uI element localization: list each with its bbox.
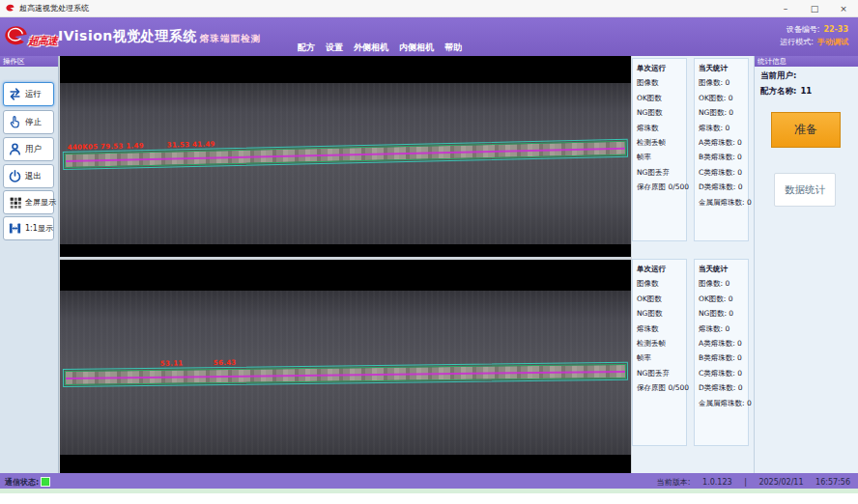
power-icon bbox=[7, 168, 23, 184]
run-button[interactable]: 运行 bbox=[3, 82, 54, 106]
stop-button[interactable]: 停止 bbox=[3, 110, 54, 134]
one-to-one-button-label: 1:1显示 bbox=[25, 223, 53, 234]
stat-row: NG图数: 0 bbox=[699, 306, 748, 321]
stat-row: OK图数: 0 bbox=[699, 292, 748, 306]
fullscreen-button-label: 全屏显示 bbox=[25, 197, 56, 208]
stat-row: 帧率 bbox=[637, 150, 686, 164]
recipe-name-label: 配方名称: bbox=[760, 86, 796, 96]
version-info: 当前版本: 1.0.123 | 2025/02/11 16:57:56 bbox=[647, 477, 850, 488]
fullscreen-button[interactable]: 全屏显示 bbox=[3, 190, 54, 214]
app-icon bbox=[5, 3, 15, 14]
info-panel: 统计信息 当前用户: 配方名称:11 准备 数据统计 bbox=[754, 56, 858, 473]
measurement-annotation: 56.43 bbox=[214, 359, 237, 367]
separator: | bbox=[744, 478, 747, 487]
info-panel-title: 统计信息 bbox=[755, 56, 858, 67]
stat-row: 熔珠数 bbox=[637, 322, 686, 336]
comm-status-indicator bbox=[41, 477, 50, 487]
stat-row: 熔珠数: 0 bbox=[699, 121, 748, 135]
data-statistics-button[interactable]: 数据统计 bbox=[774, 173, 836, 207]
device-id-label: 设备编号: bbox=[786, 25, 820, 34]
close-button[interactable]: × bbox=[829, 0, 858, 16]
daily-stats-header: 当天统计 bbox=[699, 61, 748, 75]
stat-row: B类熔珠数: 0 bbox=[699, 350, 748, 365]
daily-stats-header: 当天统计 bbox=[699, 262, 748, 276]
status-bar: 通信状态: 当前版本: 1.0.123 | 2025/02/11 16:57:5… bbox=[0, 473, 858, 489]
stat-row: NG图丢弃 bbox=[637, 366, 686, 380]
stat-row: D类熔珠数: 0 bbox=[699, 380, 748, 395]
stat-row: NG图数: 0 bbox=[699, 105, 748, 120]
menu-bar: 配方 设置 外侧相机 内侧相机 帮助 bbox=[298, 42, 462, 54]
menu-item-help[interactable]: 帮助 bbox=[444, 42, 462, 54]
stop-button-label: 停止 bbox=[25, 117, 42, 128]
single-run-stats-bottom: 单次运行 图像数 OK图数 NG图数 熔珠数 检测丢帧 帧率 NG图丢弃 保存原… bbox=[632, 259, 687, 446]
stat-row: OK图数: 0 bbox=[699, 91, 748, 105]
page-title: IVision视觉处理系统 bbox=[58, 28, 197, 45]
fullscreen-grid-icon bbox=[7, 194, 23, 210]
stat-row: 帧率 bbox=[637, 350, 686, 365]
device-id-value: 22-33 bbox=[823, 25, 848, 34]
page-subtitle: 熔珠端面检测 bbox=[200, 33, 261, 45]
user-icon bbox=[7, 141, 23, 157]
single-run-header: 单次运行 bbox=[637, 61, 686, 75]
brand-logo-text: 超高速 bbox=[28, 34, 57, 48]
camera-views-area: 440K05 79.53 1.49 31.53 41.49 53.11 56.4… bbox=[59, 56, 632, 473]
scan-line bbox=[66, 371, 625, 379]
stat-row: C类熔珠数: 0 bbox=[699, 165, 748, 180]
stat-row: A类熔珠数: 0 bbox=[699, 336, 748, 350]
footer-accent-strip bbox=[0, 489, 858, 493]
version-value: 1.0.123 bbox=[702, 478, 732, 487]
measurement-annotation: 31.53 41.49 bbox=[167, 140, 215, 149]
daily-stats-bottom: 当天统计 图像数: 0 OK图数: 0 NG图数: 0 熔珠数: 0 A类熔珠数… bbox=[694, 259, 749, 446]
stat-row: D类熔珠数: 0 bbox=[699, 180, 748, 194]
stat-row: NG图丢弃 bbox=[637, 165, 686, 180]
maximize-button[interactable]: □ bbox=[800, 0, 829, 16]
one-to-one-icon bbox=[7, 220, 23, 237]
app-header: 超高速 IVision视觉处理系统 熔珠端面检测 配方 设置 外侧相机 内侧相机… bbox=[0, 17, 858, 56]
single-run-header: 单次运行 bbox=[637, 262, 686, 276]
statistics-area: 单次运行 图像数 OK图数 NG图数 熔珠数 检测丢帧 帧率 NG图丢弃 保存原… bbox=[632, 56, 754, 473]
menu-item-settings[interactable]: 设置 bbox=[326, 42, 343, 54]
stat-row: 金属屑熔珠数: 0 bbox=[699, 195, 748, 210]
stat-row: C类熔珠数: 0 bbox=[699, 366, 748, 380]
stat-row: 图像数 bbox=[637, 75, 686, 90]
run-mode-value: 手动调试 bbox=[817, 38, 848, 46]
menu-item-recipe[interactable]: 配方 bbox=[298, 42, 315, 54]
stat-row: OK图数 bbox=[637, 292, 686, 306]
stat-row: A类熔珠数: 0 bbox=[699, 135, 748, 150]
brand-logo-icon bbox=[3, 23, 29, 49]
status-date: 2025/02/11 bbox=[758, 478, 803, 487]
exit-button-label: 退出 bbox=[25, 171, 42, 182]
version-label: 当前版本: bbox=[657, 478, 691, 487]
menu-item-outer-camera[interactable]: 外侧相机 bbox=[354, 42, 388, 54]
camera-view-inner[interactable]: 53.11 56.43 bbox=[60, 260, 631, 473]
sidebar-operations: 操作区 运行 停止 用户 bbox=[0, 56, 59, 473]
window-controls: – □ × bbox=[771, 0, 858, 16]
minimize-button[interactable]: – bbox=[771, 0, 800, 16]
user-button[interactable]: 用户 bbox=[3, 137, 54, 161]
prepare-button[interactable]: 准备 bbox=[771, 112, 841, 148]
measurement-annotation: 53.11 bbox=[160, 359, 184, 367]
stat-row: 熔珠数: 0 bbox=[699, 322, 748, 336]
stat-row: OK图数 bbox=[637, 91, 686, 105]
one-to-one-button[interactable]: 1:1显示 bbox=[3, 216, 54, 240]
daily-stats-top: 当天统计 图像数: 0 OK图数: 0 NG图数: 0 熔珠数: 0 A类熔珠数… bbox=[694, 58, 749, 241]
stat-row: 图像数 bbox=[637, 276, 686, 291]
measurement-annotation: 440K05 79.53 1.49 bbox=[68, 142, 144, 152]
menu-item-inner-camera[interactable]: 内侧相机 bbox=[399, 42, 434, 54]
window-title: 超高速视觉处理系统 bbox=[19, 3, 89, 14]
stat-row: 检测丢帧 bbox=[637, 135, 686, 150]
user-button-label: 用户 bbox=[25, 144, 42, 155]
recipe-name-value: 11 bbox=[800, 86, 812, 96]
run-cycle-icon bbox=[7, 86, 23, 102]
camera-view-outer[interactable]: 440K05 79.53 1.49 31.53 41.49 bbox=[60, 56, 631, 257]
stat-row: 保存原图 0/500 bbox=[637, 380, 686, 395]
stat-row: NG图数 bbox=[637, 105, 686, 120]
status-time: 16:57:56 bbox=[815, 478, 850, 487]
stop-hand-icon bbox=[7, 114, 23, 130]
app-window: 超高速视觉处理系统 – □ × 超高速 IVision视觉处理系统 熔珠端面检测… bbox=[0, 0, 858, 504]
stat-row: 金属屑熔珠数: 0 bbox=[699, 396, 748, 410]
sidebar-title: 操作区 bbox=[0, 56, 58, 67]
current-user-label: 当前用户: bbox=[760, 70, 796, 80]
single-run-stats-top: 单次运行 图像数 OK图数 NG图数 熔珠数 检测丢帧 帧率 NG图丢弃 保存原… bbox=[632, 58, 687, 241]
exit-button[interactable]: 退出 bbox=[3, 164, 54, 188]
